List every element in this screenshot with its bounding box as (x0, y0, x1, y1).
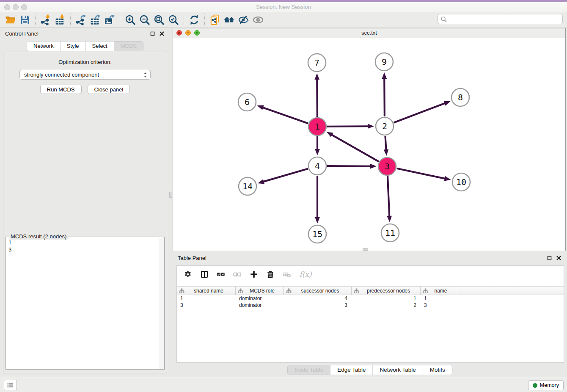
search-box[interactable] (438, 14, 563, 24)
control-panel-close-button[interactable] (158, 30, 165, 37)
table-column-headers: shared nameMCDS rolesuccessor nodesprede… (177, 286, 564, 295)
network-window-titlebar[interactable]: scc.txt (173, 28, 565, 38)
select-all-columns-button[interactable] (216, 269, 226, 279)
table-panel-close-button[interactable] (555, 254, 562, 261)
apply-layout-button[interactable] (187, 13, 201, 27)
tab-select[interactable]: Select (85, 41, 114, 51)
first-neighbors-button[interactable] (222, 13, 237, 27)
open-session-button[interactable] (3, 13, 18, 27)
tab-network[interactable]: Network (27, 41, 60, 51)
unselect-all-columns-button[interactable] (232, 269, 242, 279)
column-view-button[interactable] (199, 269, 209, 279)
table-row-2[interactable]: 3dominator323 (177, 302, 564, 309)
edge-arrow-2-9 (382, 72, 387, 79)
clone-network-button[interactable] (208, 13, 222, 27)
horizontal-splitter-handle[interactable] (363, 248, 368, 251)
edge-3-1[interactable] (331, 135, 379, 162)
network-canvas[interactable]: 7968124314101511 (173, 38, 565, 251)
hierarchy-icon (238, 288, 243, 293)
graph-node-7[interactable]: 7 (308, 54, 326, 72)
node-label: 3 (385, 161, 390, 171)
delete-column-button[interactable] (265, 269, 275, 279)
edge-3-11[interactable] (388, 176, 389, 217)
table-row-1[interactable]: 1dominator411 (177, 295, 564, 302)
show-graphics-details-button[interactable] (251, 13, 265, 27)
column-header-predecessor-nodes[interactable]: predecessor nodes (352, 287, 421, 295)
vertical-splitter-handle[interactable] (169, 192, 172, 198)
graph-node-3[interactable]: 3 (378, 157, 396, 175)
tab-node-table[interactable]: Node Table (288, 365, 330, 375)
graph-node-11[interactable]: 11 (381, 224, 399, 242)
zoom-out-button[interactable] (138, 13, 152, 27)
mcds-result-text[interactable]: 1 3 (6, 237, 159, 369)
export-table-button[interactable] (88, 13, 102, 27)
network-minimize-button[interactable] (185, 30, 191, 36)
column-header-successor-nodes[interactable]: successor nodes (284, 287, 352, 295)
cell[interactable]: 1 (352, 295, 421, 302)
memory-button[interactable]: Memory (528, 380, 564, 390)
criterion-dropdown[interactable]: strongly connected component (19, 70, 151, 80)
graph-node-4[interactable]: 4 (308, 157, 326, 175)
tab-mcds[interactable]: MCDS (114, 41, 143, 51)
tab-network-table[interactable]: Network Table (373, 365, 423, 375)
zoom-fit-button[interactable] (152, 13, 166, 27)
cell[interactable]: 1 (177, 295, 236, 302)
edge-2-9[interactable] (384, 78, 385, 116)
table-panel-float-button[interactable] (546, 254, 553, 261)
tab-edge-table[interactable]: Edge Table (330, 365, 372, 375)
graph-node-6[interactable]: 6 (238, 93, 256, 111)
cell[interactable]: 4 (284, 295, 352, 302)
edge-1-2[interactable] (327, 126, 369, 127)
import-table-from-file-button[interactable] (53, 13, 67, 27)
app-close-button[interactable] (4, 4, 10, 10)
close-panel-button[interactable]: Close panel (88, 85, 130, 94)
cell[interactable]: 2 (352, 302, 421, 309)
graph-node-9[interactable]: 9 (375, 53, 393, 71)
app-zoom-button[interactable] (21, 4, 27, 10)
tab-motifs[interactable]: Motifs (423, 365, 452, 375)
graph-node-2[interactable]: 2 (376, 117, 394, 135)
edge-4-3[interactable] (327, 166, 371, 166)
cell[interactable]: 3 (284, 302, 352, 309)
column-header-shared-name[interactable]: shared name (177, 287, 236, 295)
export-table-icon (90, 14, 101, 25)
task-history-button[interactable] (4, 380, 17, 390)
search-input[interactable] (447, 15, 562, 23)
cell[interactable]: 1 (421, 295, 456, 302)
table-settings-button[interactable] (183, 269, 193, 279)
graph-node-10[interactable]: 10 (452, 173, 470, 191)
hide-graphics-details-button[interactable] (237, 13, 251, 27)
tab-style[interactable]: Style (60, 41, 85, 51)
save-session-button[interactable] (18, 13, 32, 27)
edge-4-14[interactable] (263, 168, 308, 182)
column-header-MCDS-role[interactable]: MCDS role (236, 287, 284, 295)
cell[interactable]: dominator (236, 295, 284, 302)
zoom-in-button[interactable] (123, 13, 138, 27)
cell[interactable]: 3 (421, 302, 456, 309)
graph-node-14[interactable]: 14 (239, 177, 256, 195)
edge-1-6[interactable] (262, 108, 308, 124)
control-panel-float-button[interactable] (149, 30, 156, 37)
cell[interactable]: 3 (177, 302, 236, 309)
graph-node-8[interactable]: 8 (451, 88, 469, 106)
import-network-from-file-button[interactable] (39, 13, 53, 27)
run-mcds-button[interactable]: Run MCDS (40, 85, 82, 94)
export-network-button[interactable] (74, 13, 88, 27)
add-column-button[interactable] (249, 269, 259, 279)
toolbar-separator (204, 14, 205, 26)
network-zoom-button[interactable] (194, 30, 200, 36)
edge-3-10[interactable] (397, 168, 446, 179)
network-close-button[interactable] (176, 30, 182, 36)
edge-2-3[interactable] (385, 136, 386, 150)
graph-node-1[interactable]: 1 (308, 118, 326, 135)
cell[interactable]: dominator (236, 302, 284, 309)
edge-arrow-4-14 (258, 179, 264, 184)
app-minimize-button[interactable] (13, 4, 19, 10)
edge-2-8[interactable] (394, 103, 446, 122)
edge-1-7[interactable] (317, 79, 317, 117)
graph-node-15[interactable]: 15 (308, 225, 326, 243)
export-image-button[interactable] (102, 13, 117, 27)
zoom-selected-button[interactable] (166, 13, 181, 27)
mcds-result-scrollbar[interactable] (159, 237, 164, 369)
column-header-name[interactable]: name (421, 287, 456, 295)
